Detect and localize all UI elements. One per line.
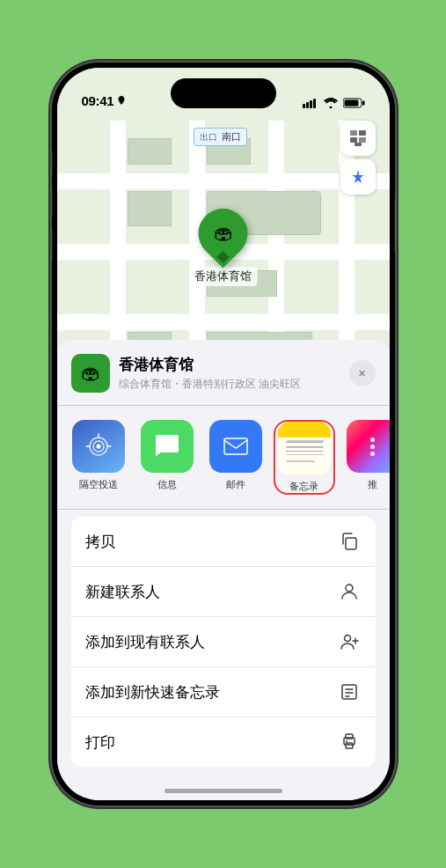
action-print-text: 打印 <box>85 732 115 753</box>
venue-header: 🏟 香港体育馆 综合体育馆・香港特别行政区 油尖旺区 × <box>57 354 390 406</box>
share-item-more[interactable]: 推 <box>342 420 390 495</box>
pin-icon: 🏟 <box>214 222 233 245</box>
signal-icon <box>303 98 318 108</box>
more-icon <box>347 420 390 473</box>
print-icon <box>337 730 362 754</box>
action-new-contact-text: 新建联系人 <box>85 582 160 602</box>
svg-rect-8 <box>359 130 366 136</box>
svg-rect-29 <box>346 734 353 739</box>
svg-rect-19 <box>346 538 356 549</box>
airdrop-icon <box>72 420 125 473</box>
venue-name: 香港体育馆 <box>119 355 349 375</box>
phone-screen: 09:41 <box>57 68 390 800</box>
svg-rect-30 <box>346 743 353 748</box>
airdrop-svg <box>84 431 113 461</box>
power-button <box>394 199 395 252</box>
svg-rect-3 <box>313 99 316 108</box>
map-controls <box>340 121 376 198</box>
map-label: 出口 南口 <box>194 128 247 146</box>
battery-icon <box>343 98 365 108</box>
action-add-contact-text: 添加到现有联系人 <box>85 632 205 652</box>
location-icon <box>117 96 126 107</box>
location-pin: 🏟 香港体育馆 <box>189 209 257 286</box>
messages-icon <box>141 420 194 473</box>
mail-label: 邮件 <box>226 478 245 491</box>
share-item-mail[interactable]: 邮件 <box>205 420 267 495</box>
action-item-add-contact[interactable]: 添加到现有联系人 <box>71 617 376 667</box>
action-new-note-text: 添加到新快速备忘录 <box>85 682 220 702</box>
volume-down-button <box>52 230 53 261</box>
note-icon <box>337 680 362 704</box>
svg-rect-10 <box>359 137 366 143</box>
map-type-icon <box>348 129 368 148</box>
action-list: 拷贝 新建联系人 <box>71 517 376 767</box>
map-building <box>128 138 172 165</box>
svg-rect-6 <box>344 100 358 107</box>
action-item-new-note[interactable]: 添加到新快速备忘录 <box>71 667 376 717</box>
svg-point-31 <box>346 740 347 742</box>
airdrop-label: 隔空投送 <box>79 478 118 491</box>
phone-frame: 09:41 <box>52 63 395 805</box>
more-label: 推 <box>368 478 377 491</box>
svg-rect-9 <box>350 137 357 143</box>
close-button[interactable]: × <box>349 360 376 386</box>
venue-info: 香港体育馆 综合体育馆・香港特别行政区 油尖旺区 <box>119 355 349 392</box>
svg-point-20 <box>346 585 353 592</box>
action-copy-text: 拷贝 <box>85 532 115 552</box>
compass-icon <box>349 168 367 186</box>
notes-icon <box>278 422 331 474</box>
svg-rect-2 <box>310 100 312 108</box>
volume-up-button <box>52 186 53 217</box>
location-button[interactable] <box>340 159 376 195</box>
svg-rect-1 <box>306 102 309 108</box>
share-item-messages[interactable]: 信息 <box>136 420 198 495</box>
dynamic-island <box>171 78 276 108</box>
notes-label: 备忘录 <box>289 480 318 493</box>
svg-point-14 <box>96 445 100 449</box>
status-icons <box>303 98 365 108</box>
messages-svg <box>152 431 182 461</box>
map-type-button[interactable] <box>340 121 376 156</box>
action-item-copy[interactable]: 拷贝 <box>71 517 376 567</box>
venue-subtitle: 综合体育馆・香港特别行政区 油尖旺区 <box>119 377 349 392</box>
svg-rect-0 <box>303 104 305 108</box>
share-row: 隔空投送 信息 <box>57 406 390 510</box>
share-item-notes[interactable]: 备忘录 <box>274 420 335 495</box>
venue-icon: 🏟 <box>71 354 110 393</box>
svg-point-21 <box>344 636 350 642</box>
silent-switch <box>52 151 53 175</box>
status-time: 09:41 <box>82 93 114 108</box>
svg-rect-11 <box>355 143 362 146</box>
wifi-icon <box>324 98 338 108</box>
action-item-new-contact[interactable]: 新建联系人 <box>71 567 376 617</box>
svg-rect-7 <box>350 130 357 136</box>
svg-rect-5 <box>362 101 365 106</box>
action-item-print[interactable]: 打印 <box>71 717 376 767</box>
copy-icon <box>337 529 362 554</box>
home-indicator <box>165 789 282 793</box>
bottom-sheet: 🏟 香港体育馆 综合体育馆・香港特别行政区 油尖旺区 × <box>57 340 390 800</box>
pin-label: 香港体育馆 <box>189 267 257 286</box>
svg-rect-18 <box>224 438 247 454</box>
mail-icon <box>209 420 262 473</box>
mail-svg <box>221 431 251 461</box>
person-icon <box>337 579 362 604</box>
person-add-icon <box>337 629 362 654</box>
share-item-airdrop[interactable]: 隔空投送 <box>68 420 129 495</box>
map-building <box>128 191 172 226</box>
messages-label: 信息 <box>157 478 177 491</box>
